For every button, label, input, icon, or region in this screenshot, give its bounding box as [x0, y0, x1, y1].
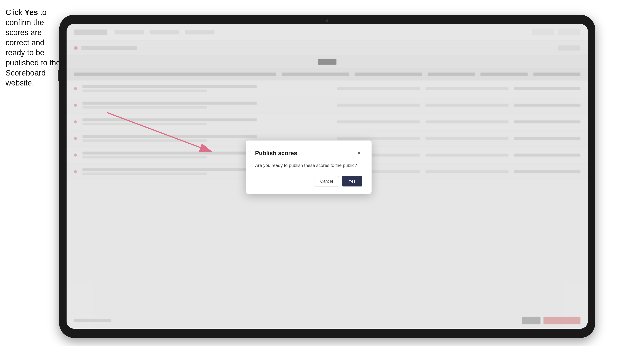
- tablet: Publish scores × Are you ready to publis…: [59, 15, 595, 338]
- modal-overlay: Publish scores × Are you ready to publis…: [66, 24, 588, 329]
- dialog-title: Publish scores: [255, 150, 297, 157]
- instruction-bold: Yes: [24, 8, 38, 17]
- yes-button[interactable]: Yes: [342, 176, 362, 186]
- instruction-rest: to confirm the scores are correct and re…: [6, 8, 60, 87]
- dialog-footer: Cancel Yes: [255, 176, 362, 186]
- publish-scores-dialog: Publish scores × Are you ready to publis…: [246, 141, 372, 194]
- screen-content: Publish scores × Are you ready to publis…: [66, 24, 588, 329]
- dialog-close-button[interactable]: ×: [356, 150, 362, 156]
- instruction-text: Click Yes to confirm the scores are corr…: [6, 7, 61, 88]
- tablet-outer: Publish scores × Are you ready to publis…: [59, 15, 595, 338]
- tablet-screen: Publish scores × Are you ready to publis…: [66, 24, 588, 329]
- cancel-button[interactable]: Cancel: [314, 176, 339, 186]
- dialog-header: Publish scores ×: [255, 150, 362, 157]
- dialog-body: Are you ready to publish these scores to…: [255, 162, 362, 169]
